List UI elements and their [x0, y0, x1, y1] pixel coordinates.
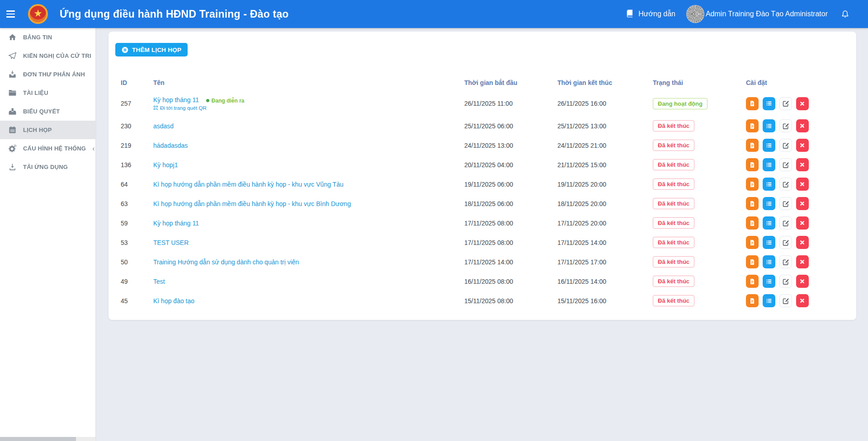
app-title: Ứng dụng điều hành HĐND Training - Đào t… — [60, 8, 289, 20]
row-document-button[interactable] — [746, 236, 759, 249]
row-document-button[interactable] — [746, 158, 759, 171]
row-delete-button[interactable] — [796, 236, 809, 249]
sidebar-item-don-thu[interactable]: ĐƠN THƯ PHẢN ÁNH — [0, 65, 95, 84]
row-delete-button[interactable] — [796, 197, 809, 210]
meeting-id: 219 — [115, 136, 148, 155]
add-meeting-button[interactable]: THÊM LỊCH HỌP — [115, 43, 188, 56]
file-icon — [749, 100, 755, 107]
meeting-id: 257 — [115, 91, 148, 116]
notification-bell-icon[interactable] — [840, 9, 850, 19]
sidebar-item-tai-ung-dung[interactable]: TẢI ỨNG DỤNG — [0, 158, 95, 176]
sidebar-item-tai-lieu[interactable]: TÀI LIỆU — [0, 84, 95, 102]
row-list-button[interactable] — [763, 255, 775, 268]
row-delete-button[interactable] — [796, 294, 809, 307]
edit-icon — [783, 239, 789, 246]
meeting-name-link[interactable]: Kỳ họp tháng 11 — [153, 220, 199, 227]
row-delete-button[interactable] — [796, 119, 809, 132]
meeting-name-link[interactable]: Kì họp hướng dẫn phần mềm điều hành kỳ h… — [153, 200, 351, 207]
close-icon — [800, 101, 805, 106]
row-list-button[interactable] — [763, 158, 775, 171]
sidebar-item-bang-tin[interactable]: BẢNG TIN — [0, 28, 95, 47]
meeting-name-link[interactable]: Kì họp đào tạo — [153, 297, 194, 305]
row-edit-button[interactable] — [779, 294, 792, 307]
meeting-table-body: 257 Kỳ họp tháng 11 Đang diễn ra Đi tới … — [115, 91, 849, 310]
file-icon — [749, 259, 755, 265]
row-edit-button[interactable] — [779, 275, 792, 288]
row-document-button[interactable] — [746, 294, 759, 307]
sidebar-horizontal-scrollbar[interactable] — [0, 437, 95, 441]
table-row: 63 Kì họp hướng dẫn phần mềm điều hành k… — [115, 194, 849, 213]
row-list-button[interactable] — [763, 178, 775, 191]
national-emblem-logo: ★ — [28, 4, 48, 24]
row-delete-button[interactable] — [796, 158, 809, 171]
user-name[interactable]: Admin Training Đào Tạo Administrator — [706, 10, 828, 18]
inbox-icon — [8, 70, 17, 79]
row-edit-button[interactable] — [779, 158, 792, 171]
row-delete-button[interactable] — [796, 97, 809, 110]
list-icon — [766, 142, 772, 149]
table-row: 219 hádadasdas 24/11/2025 13:00 24/11/20… — [115, 136, 849, 155]
meeting-name-link[interactable]: Kỳ họp tháng 11 — [153, 96, 199, 103]
row-document-button[interactable] — [746, 178, 759, 191]
row-list-button[interactable] — [763, 294, 775, 307]
meeting-end-time: 17/11/2025 20:00 — [552, 213, 647, 233]
meeting-name-link[interactable]: hádadasdas — [153, 142, 188, 149]
row-document-button[interactable] — [746, 139, 759, 152]
status-badge: Đã kết thúc — [653, 295, 694, 306]
avatar[interactable] — [686, 5, 704, 23]
calendar-icon — [8, 126, 17, 134]
meeting-name-link[interactable]: TEST USER — [153, 239, 189, 246]
guide-link[interactable]: Hướng dẫn — [626, 9, 675, 19]
row-list-button[interactable] — [763, 216, 775, 230]
row-document-button[interactable] — [746, 119, 759, 132]
row-document-button[interactable] — [746, 275, 759, 288]
row-edit-button[interactable] — [779, 119, 792, 132]
sidebar-item-kien-nghi[interactable]: KIẾN NGHỊ CỦA CỬ TRI — [0, 47, 95, 65]
row-edit-button[interactable] — [779, 216, 792, 230]
row-delete-button[interactable] — [796, 255, 809, 268]
row-edit-button[interactable] — [779, 197, 792, 210]
row-list-button[interactable] — [763, 236, 775, 249]
status-badge: Đã kết thúc — [653, 256, 694, 267]
meeting-end-time: 24/11/2025 21:00 — [552, 136, 647, 155]
row-edit-button[interactable] — [779, 255, 792, 268]
meeting-id: 64 — [115, 174, 148, 194]
qr-scan-link[interactable]: Đi tới trang quét QR — [153, 105, 453, 111]
row-edit-button[interactable] — [779, 97, 792, 110]
sidebar-item-lich-hop[interactable]: LỊCH HỌP — [0, 121, 95, 139]
status-badge: Đã kết thúc — [653, 140, 694, 151]
meeting-name-link[interactable]: asdasd — [153, 122, 174, 130]
status-badge: Đã kết thúc — [653, 178, 694, 190]
sidebar-item-cau-hinh[interactable]: CẤU HÌNH HỆ THỐNG ‹ — [0, 139, 95, 158]
row-document-button[interactable] — [746, 97, 759, 110]
row-document-button[interactable] — [746, 197, 759, 210]
row-edit-button[interactable] — [779, 236, 792, 249]
row-list-button[interactable] — [763, 97, 775, 110]
row-document-button[interactable] — [746, 216, 759, 230]
column-status: Trạng thái — [647, 75, 741, 91]
row-delete-button[interactable] — [796, 216, 809, 230]
row-document-button[interactable] — [746, 255, 759, 268]
row-edit-button[interactable] — [779, 139, 792, 152]
status-badge: Đang hoạt động — [653, 98, 708, 109]
row-list-button[interactable] — [763, 275, 775, 288]
meeting-name-link[interactable]: Kỳ hopj1 — [153, 161, 178, 169]
chevron-left-icon: ‹ — [92, 145, 95, 152]
row-delete-button[interactable] — [796, 139, 809, 152]
sidebar-item-bieu-quyet[interactable]: BIỂU QUYẾT — [0, 102, 95, 121]
row-delete-button[interactable] — [796, 275, 809, 288]
file-icon — [749, 181, 755, 188]
row-delete-button[interactable] — [796, 178, 809, 191]
row-list-button[interactable] — [763, 119, 775, 132]
close-icon — [800, 182, 805, 187]
meeting-name-link[interactable]: Test — [153, 278, 165, 285]
meeting-start-time: 26/11/2025 11:00 — [459, 91, 552, 116]
table-row: 64 Kì họp hướng dẫn phần mềm điều hành k… — [115, 174, 849, 194]
row-list-button[interactable] — [763, 197, 775, 210]
edit-icon — [783, 162, 789, 168]
row-list-button[interactable] — [763, 139, 775, 152]
row-edit-button[interactable] — [779, 178, 792, 191]
meeting-name-link[interactable]: Training Hướng dẫn sử dụng dành cho quản… — [153, 258, 299, 266]
menu-toggle-button[interactable] — [0, 0, 21, 28]
meeting-name-link[interactable]: Kì họp hướng dẫn phần mềm điều hành kỳ h… — [153, 181, 344, 188]
